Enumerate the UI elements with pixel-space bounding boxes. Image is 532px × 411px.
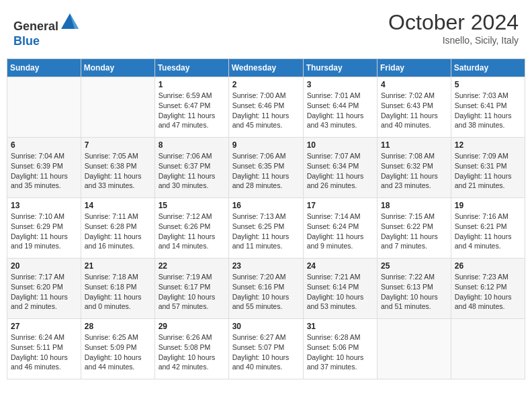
day-detail: Sunrise: 7:07 AMSunset: 6:34 PMDaylight:… xyxy=(307,151,373,191)
calendar-cell xyxy=(7,77,81,138)
day-detail: Sunrise: 7:18 AMSunset: 6:18 PMDaylight:… xyxy=(85,272,151,312)
calendar-cell xyxy=(81,77,154,138)
calendar-cell: 22Sunrise: 7:19 AMSunset: 6:17 PMDayligh… xyxy=(154,259,228,319)
calendar-cell: 15Sunrise: 7:12 AMSunset: 6:26 PMDayligh… xyxy=(154,198,228,259)
day-number: 30 xyxy=(232,322,300,331)
calendar-cell: 30Sunrise: 6:27 AMSunset: 5:07 PMDayligh… xyxy=(228,319,303,379)
day-detail: Sunrise: 7:11 AMSunset: 6:28 PMDaylight:… xyxy=(85,212,151,251)
calendar-cell: 2Sunrise: 7:00 AMSunset: 6:46 PMDaylight… xyxy=(228,77,303,138)
day-detail: Sunrise: 7:09 AMSunset: 6:31 PMDaylight:… xyxy=(455,151,521,191)
calendar-cell xyxy=(378,319,451,379)
day-number: 27 xyxy=(11,322,77,331)
day-detail: Sunrise: 7:08 AMSunset: 6:32 PMDaylight:… xyxy=(381,151,447,191)
weekday-header-cell: Monday xyxy=(81,59,154,77)
day-number: 25 xyxy=(381,261,447,271)
day-detail: Sunrise: 7:12 AMSunset: 6:26 PMDaylight:… xyxy=(159,212,225,251)
calendar-week-row: 27Sunrise: 6:24 AMSunset: 5:11 PMDayligh… xyxy=(7,319,525,379)
day-number: 29 xyxy=(159,322,225,331)
calendar-cell: 12Sunrise: 7:09 AMSunset: 6:31 PMDayligh… xyxy=(451,138,525,198)
day-detail: Sunrise: 7:02 AMSunset: 6:43 PMDaylight:… xyxy=(381,91,447,130)
calendar-cell: 5Sunrise: 7:03 AMSunset: 6:41 PMDaylight… xyxy=(451,77,525,138)
day-detail: Sunrise: 6:27 AMSunset: 5:07 PMDaylight:… xyxy=(232,332,300,372)
day-number: 15 xyxy=(159,201,225,210)
page-header: General Blue October 2024 Isnello, Sicil… xyxy=(7,7,525,52)
day-detail: Sunrise: 7:06 AMSunset: 6:37 PMDaylight:… xyxy=(159,151,225,191)
day-detail: Sunrise: 7:04 AMSunset: 6:39 PMDaylight:… xyxy=(11,151,77,191)
day-number: 2 xyxy=(232,80,300,89)
day-number: 3 xyxy=(307,80,373,89)
weekday-header-row: SundayMondayTuesdayWednesdayThursdayFrid… xyxy=(7,59,525,77)
day-detail: Sunrise: 6:28 AMSunset: 5:06 PMDaylight:… xyxy=(307,332,373,372)
logo-general: General xyxy=(13,19,58,33)
day-number: 5 xyxy=(455,80,521,89)
day-number: 26 xyxy=(455,261,521,271)
day-detail: Sunrise: 7:10 AMSunset: 6:29 PMDaylight:… xyxy=(11,212,77,251)
weekday-header-cell: Wednesday xyxy=(228,59,303,77)
calendar-week-row: 1Sunrise: 6:59 AMSunset: 6:47 PMDaylight… xyxy=(7,77,525,138)
day-detail: Sunrise: 7:14 AMSunset: 6:24 PMDaylight:… xyxy=(307,212,373,251)
calendar: SundayMondayTuesdayWednesdayThursdayFrid… xyxy=(7,58,525,379)
day-detail: Sunrise: 7:20 AMSunset: 6:16 PMDaylight:… xyxy=(232,272,300,312)
day-number: 17 xyxy=(307,201,373,210)
day-number: 8 xyxy=(159,140,225,150)
day-detail: Sunrise: 7:22 AMSunset: 6:13 PMDaylight:… xyxy=(381,272,447,312)
weekday-header-cell: Sunday xyxy=(7,59,81,77)
calendar-cell xyxy=(451,319,525,379)
logo-icon xyxy=(60,10,80,30)
day-number: 6 xyxy=(11,140,77,150)
day-number: 22 xyxy=(159,261,225,271)
weekday-header-cell: Saturday xyxy=(451,59,525,77)
calendar-cell: 29Sunrise: 6:26 AMSunset: 5:08 PMDayligh… xyxy=(154,319,228,379)
calendar-week-row: 20Sunrise: 7:17 AMSunset: 6:20 PMDayligh… xyxy=(7,259,525,319)
calendar-cell: 19Sunrise: 7:16 AMSunset: 6:21 PMDayligh… xyxy=(451,198,525,259)
day-detail: Sunrise: 7:05 AMSunset: 6:38 PMDaylight:… xyxy=(85,151,151,191)
day-number: 20 xyxy=(11,261,77,271)
day-detail: Sunrise: 7:15 AMSunset: 6:22 PMDaylight:… xyxy=(381,212,447,251)
day-detail: Sunrise: 7:00 AMSunset: 6:46 PMDaylight:… xyxy=(232,91,300,130)
day-number: 23 xyxy=(232,261,300,271)
day-detail: Sunrise: 6:59 AMSunset: 6:47 PMDaylight:… xyxy=(159,91,225,130)
day-number: 21 xyxy=(85,261,151,271)
day-number: 4 xyxy=(381,80,447,89)
day-detail: Sunrise: 7:21 AMSunset: 6:14 PMDaylight:… xyxy=(307,272,373,312)
month-title: October 2024 Isnello, Sicily, Italy xyxy=(388,10,519,46)
logo-blue: Blue xyxy=(13,34,40,48)
day-number: 31 xyxy=(307,322,373,331)
calendar-cell: 4Sunrise: 7:02 AMSunset: 6:43 PMDaylight… xyxy=(378,77,451,138)
calendar-cell: 21Sunrise: 7:18 AMSunset: 6:18 PMDayligh… xyxy=(81,259,154,319)
day-detail: Sunrise: 7:03 AMSunset: 6:41 PMDaylight:… xyxy=(455,91,521,130)
calendar-cell: 7Sunrise: 7:05 AMSunset: 6:38 PMDaylight… xyxy=(81,138,154,198)
day-detail: Sunrise: 7:01 AMSunset: 6:44 PMDaylight:… xyxy=(307,91,373,130)
calendar-cell: 31Sunrise: 6:28 AMSunset: 5:06 PMDayligh… xyxy=(303,319,377,379)
calendar-body: 1Sunrise: 6:59 AMSunset: 6:47 PMDaylight… xyxy=(7,77,525,379)
calendar-cell: 3Sunrise: 7:01 AMSunset: 6:44 PMDaylight… xyxy=(303,77,377,138)
day-detail: Sunrise: 7:13 AMSunset: 6:25 PMDaylight:… xyxy=(232,212,300,251)
calendar-cell: 14Sunrise: 7:11 AMSunset: 6:28 PMDayligh… xyxy=(81,198,154,259)
calendar-cell: 8Sunrise: 7:06 AMSunset: 6:37 PMDaylight… xyxy=(154,138,228,198)
calendar-cell: 23Sunrise: 7:20 AMSunset: 6:16 PMDayligh… xyxy=(228,259,303,319)
calendar-cell: 13Sunrise: 7:10 AMSunset: 6:29 PMDayligh… xyxy=(7,198,81,259)
day-number: 10 xyxy=(307,140,373,150)
day-detail: Sunrise: 7:06 AMSunset: 6:35 PMDaylight:… xyxy=(232,151,300,191)
day-number: 7 xyxy=(85,140,151,150)
calendar-cell: 16Sunrise: 7:13 AMSunset: 6:25 PMDayligh… xyxy=(228,198,303,259)
day-number: 18 xyxy=(381,201,447,210)
calendar-cell: 25Sunrise: 7:22 AMSunset: 6:13 PMDayligh… xyxy=(378,259,451,319)
day-number: 19 xyxy=(455,201,521,210)
calendar-cell: 10Sunrise: 7:07 AMSunset: 6:34 PMDayligh… xyxy=(303,138,377,198)
logo: General Blue xyxy=(13,10,80,48)
day-detail: Sunrise: 6:24 AMSunset: 5:11 PMDaylight:… xyxy=(11,332,77,372)
day-number: 28 xyxy=(85,322,151,331)
weekday-header-cell: Friday xyxy=(378,59,451,77)
calendar-week-row: 6Sunrise: 7:04 AMSunset: 6:39 PMDaylight… xyxy=(7,138,525,198)
calendar-cell: 28Sunrise: 6:25 AMSunset: 5:09 PMDayligh… xyxy=(81,319,154,379)
logo-text: General Blue xyxy=(13,10,80,48)
day-number: 13 xyxy=(11,201,77,210)
location: Isnello, Sicily, Italy xyxy=(388,35,519,46)
day-detail: Sunrise: 7:19 AMSunset: 6:17 PMDaylight:… xyxy=(159,272,225,312)
day-number: 24 xyxy=(307,261,373,271)
calendar-cell: 9Sunrise: 7:06 AMSunset: 6:35 PMDaylight… xyxy=(228,138,303,198)
weekday-header-cell: Thursday xyxy=(303,59,377,77)
day-number: 11 xyxy=(381,140,447,150)
calendar-cell: 27Sunrise: 6:24 AMSunset: 5:11 PMDayligh… xyxy=(7,319,81,379)
